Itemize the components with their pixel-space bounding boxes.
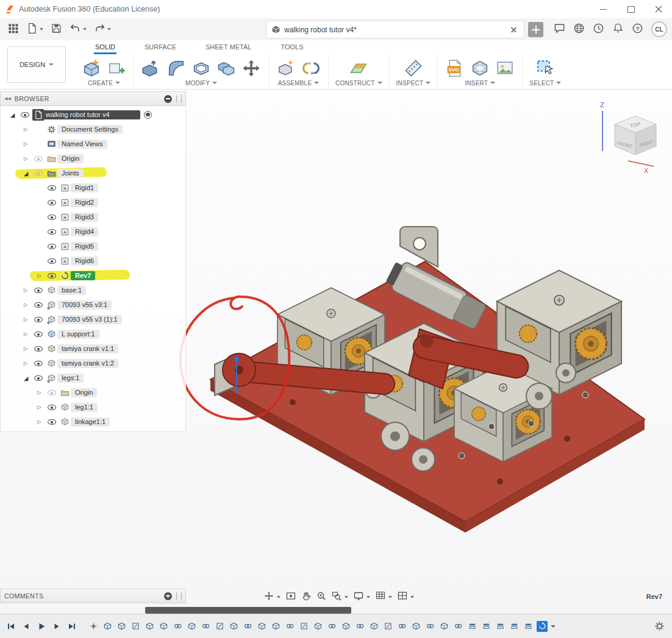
visibility-eye-icon[interactable] bbox=[34, 373, 44, 383]
user-avatar[interactable]: CL bbox=[651, 21, 667, 37]
joint-tool-button[interactable] bbox=[301, 58, 321, 79]
browser-item-70093-v55-v3-1-13[interactable]: ▷70093 v55 v3:1 bbox=[1, 297, 185, 312]
display-settings-button[interactable] bbox=[352, 590, 372, 604]
browser-item-named-views-2[interactable]: ▷Named Views bbox=[1, 136, 185, 151]
timeline-feature-joint[interactable] bbox=[284, 621, 295, 632]
timeline-scroll-thumb[interactable] bbox=[145, 607, 351, 614]
timeline-step-forward-button[interactable] bbox=[51, 620, 63, 633]
document-tab[interactable]: walking robot tutor v4* bbox=[266, 21, 524, 38]
expand-arrow-icon[interactable]: ◢ bbox=[24, 170, 34, 177]
expand-arrow-icon[interactable]: ▷ bbox=[24, 346, 34, 352]
combine-tool-button[interactable] bbox=[216, 58, 237, 79]
browser-item-walking-robot-tutor-v4-0[interactable]: ◢walking robot tutor v4 bbox=[1, 107, 185, 122]
timeline-feature-rigid[interactable] bbox=[495, 621, 506, 632]
browser-item-legs-1-18[interactable]: ◢legs:1 bbox=[1, 370, 185, 385]
move-tool-button[interactable] bbox=[241, 58, 262, 79]
expand-arrow-icon[interactable]: ▷ bbox=[37, 404, 47, 410]
canvas-tool-button[interactable] bbox=[495, 58, 515, 79]
save-button[interactable] bbox=[47, 21, 66, 38]
panel-grip[interactable] bbox=[176, 592, 182, 600]
layout-grid-button[interactable] bbox=[374, 590, 394, 604]
expand-arrow-icon[interactable]: ▷ bbox=[24, 316, 34, 322]
panel-grip[interactable] bbox=[176, 95, 182, 102]
notifications-button[interactable] bbox=[610, 21, 626, 37]
select-window-tool-button[interactable] bbox=[535, 58, 556, 79]
timeline-feature-rigid[interactable] bbox=[466, 621, 477, 632]
maximize-button[interactable] bbox=[617, 1, 645, 18]
timeline-feature-component[interactable] bbox=[186, 621, 197, 632]
new-component-tool-button[interactable] bbox=[276, 58, 296, 79]
visibility-eye-icon[interactable] bbox=[47, 256, 57, 266]
visibility-eye-icon[interactable] bbox=[34, 168, 44, 178]
group-dropdown-insert[interactable]: INSERT bbox=[465, 80, 495, 87]
group-dropdown-inspect[interactable]: INSPECT bbox=[396, 80, 431, 87]
timeline-feature-component[interactable] bbox=[410, 621, 421, 632]
web-button[interactable] bbox=[571, 21, 587, 37]
browser-item-joints-4[interactable]: ◢Joints bbox=[1, 166, 185, 180]
timeline-feature-component[interactable] bbox=[102, 621, 113, 632]
timeline-go-to-end-button[interactable] bbox=[66, 620, 78, 633]
expand-arrow-icon[interactable]: ▷ bbox=[24, 302, 34, 308]
browser-item-linkage1-1-21[interactable]: ▷linkage1:1 bbox=[1, 414, 185, 429]
timeline-scrollbar[interactable] bbox=[0, 606, 672, 614]
expand-arrow-icon[interactable]: ◢ bbox=[10, 112, 20, 118]
timeline-feature-joint[interactable] bbox=[326, 621, 337, 632]
expand-arrow-icon[interactable]: ▷ bbox=[24, 360, 34, 366]
construction-plane-tool-button[interactable] bbox=[348, 58, 369, 79]
browser-header[interactable]: BROWSER bbox=[0, 91, 186, 106]
timeline-feature-sketch[interactable] bbox=[298, 621, 309, 632]
visibility-eye-icon[interactable] bbox=[20, 110, 30, 119]
help-button[interactable]: ? bbox=[629, 21, 645, 37]
browser-item-base-1-12[interactable]: ▷base:1 bbox=[1, 283, 185, 297]
press-pull-tool-button[interactable] bbox=[141, 58, 162, 79]
shell-tool-button[interactable] bbox=[191, 58, 212, 79]
timeline-feature-rigid[interactable] bbox=[509, 621, 520, 632]
viewcube[interactable]: Z X TOP FRONT RIGHT bbox=[593, 97, 668, 174]
fit-button[interactable] bbox=[330, 590, 350, 604]
timeline-feature-rigid[interactable] bbox=[481, 621, 491, 632]
panel-minus-icon[interactable] bbox=[164, 95, 172, 103]
browser-item-tamiya-crank-v1-1-16[interactable]: ▷tamiya crank v1:1 bbox=[1, 341, 185, 356]
visibility-eye-icon[interactable] bbox=[47, 183, 57, 193]
expand-arrow-icon[interactable]: ▷ bbox=[24, 126, 34, 132]
expand-arrow-icon[interactable]: ◢ bbox=[24, 375, 34, 381]
timeline-go-to-start-button[interactable] bbox=[5, 620, 17, 633]
visibility-eye-icon[interactable] bbox=[47, 212, 57, 222]
expand-arrow-icon[interactable]: ▷ bbox=[24, 155, 34, 161]
insert-svg-tool-button[interactable]: SVG bbox=[445, 58, 465, 79]
new-solid-tool-button[interactable] bbox=[81, 58, 102, 79]
timeline-feature-component[interactable] bbox=[340, 621, 351, 632]
expand-arrow-icon[interactable]: ▷ bbox=[24, 141, 34, 147]
file-menu-button[interactable] bbox=[23, 21, 47, 38]
group-dropdown-modify[interactable]: MODIFY bbox=[185, 80, 217, 87]
visibility-eye-icon[interactable] bbox=[34, 329, 44, 339]
visibility-eye-icon[interactable] bbox=[47, 241, 57, 251]
ribbon-tab-surface[interactable]: SURFACE bbox=[143, 42, 177, 54]
apps-grid-button[interactable] bbox=[4, 21, 23, 38]
ribbon-tab-tools[interactable]: TOOLS bbox=[279, 42, 304, 54]
collapse-panel-icon[interactable] bbox=[4, 96, 11, 101]
ribbon-tab-solid[interactable]: SOLID bbox=[94, 42, 116, 54]
timeline-feature-component[interactable] bbox=[144, 621, 155, 632]
visibility-eye-icon[interactable] bbox=[47, 197, 57, 207]
redo-button[interactable] bbox=[90, 21, 115, 38]
timeline-feature-component[interactable] bbox=[438, 621, 449, 632]
browser-item-rigid2-6[interactable]: Rigid2 bbox=[1, 195, 185, 210]
insert-mesh-tool-button[interactable] bbox=[470, 58, 490, 79]
visibility-eye-icon[interactable] bbox=[47, 402, 57, 412]
timeline-feature-joint[interactable] bbox=[452, 621, 463, 632]
browser-item-tamiya-crank-v1-2-17[interactable]: ▷tamiya crank v1:2 bbox=[1, 356, 185, 370]
browser-item-rev7-11[interactable]: ▷Rev7 bbox=[1, 268, 185, 283]
expand-arrow-icon[interactable]: ▷ bbox=[37, 389, 47, 395]
timeline-feature-sketch[interactable] bbox=[382, 621, 393, 632]
chevron-down-icon[interactable] bbox=[551, 625, 556, 628]
browser-item-rigid4-8[interactable]: Rigid4 bbox=[1, 224, 185, 239]
timeline-feature-component[interactable] bbox=[256, 621, 267, 632]
timeline-feature-component[interactable] bbox=[312, 621, 323, 632]
visibility-eye-icon[interactable] bbox=[47, 227, 57, 236]
group-dropdown-construct[interactable]: CONSTRUCT bbox=[335, 80, 382, 87]
browser-item-l-support-1-15[interactable]: ▷L support:1 bbox=[1, 327, 185, 341]
visibility-eye-icon[interactable] bbox=[47, 417, 57, 427]
group-dropdown-assemble[interactable]: ASSEMBLE bbox=[278, 80, 320, 87]
comments-button[interactable] bbox=[551, 21, 567, 37]
